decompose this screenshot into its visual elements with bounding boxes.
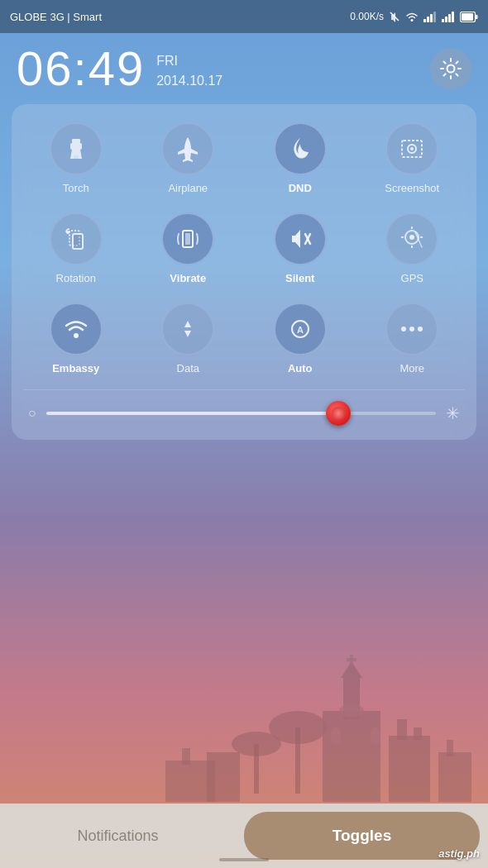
svg-point-48 <box>339 704 364 718</box>
data-svg <box>173 314 203 344</box>
rotation-icon-bg <box>50 212 103 265</box>
screenshot-svg <box>397 134 427 164</box>
svg-rect-52 <box>397 719 407 740</box>
svg-rect-5 <box>442 19 444 22</box>
airplane-svg <box>173 134 203 164</box>
toggle-silent[interactable]: Silent <box>244 207 356 289</box>
status-bar: GLOBE 3G | Smart 0.00K/s <box>0 0 488 33</box>
vibrate-label: Vibrate <box>170 272 206 284</box>
signal1-icon <box>423 11 437 22</box>
carrier-text: GLOBE 3G | Smart <box>10 11 102 23</box>
svg-rect-42 <box>295 727 300 794</box>
svg-rect-15 <box>74 155 79 159</box>
toggle-embassy[interactable]: Embassy <box>20 298 132 379</box>
svg-text:A: A <box>297 325 304 335</box>
more-svg <box>397 314 427 344</box>
cityscape <box>0 637 488 802</box>
svg-rect-49 <box>331 727 341 744</box>
toggle-more[interactable]: More <box>356 298 469 379</box>
svg-point-38 <box>418 327 423 331</box>
gps-label: GPS <box>401 272 423 284</box>
silent-label: Silent <box>285 272 314 284</box>
settings-button[interactable] <box>430 48 471 89</box>
embassy-svg <box>61 314 91 344</box>
airplane-label: Airplane <box>168 182 208 194</box>
tab-notifications[interactable]: Notifications <box>0 804 236 868</box>
data-icon-bg <box>161 303 214 355</box>
svg-rect-4 <box>433 12 436 22</box>
toggle-rotation[interactable]: Rotation <box>20 207 132 289</box>
battery-icon <box>460 12 478 22</box>
panel-divider <box>23 389 465 390</box>
brightness-row: ○ ✳ <box>20 403 468 423</box>
toggle-dnd[interactable]: DND <box>244 117 356 199</box>
svg-rect-57 <box>182 748 190 765</box>
data-label: Data <box>177 362 199 374</box>
auto-label: Auto <box>288 362 313 374</box>
svg-rect-13 <box>72 139 80 143</box>
svg-point-27 <box>409 235 414 240</box>
airplane-icon-bg <box>161 122 214 175</box>
svg-point-12 <box>447 65 455 73</box>
svg-rect-51 <box>389 736 430 802</box>
gps-icon-bg <box>385 212 438 265</box>
brightness-thumb[interactable] <box>326 401 351 426</box>
home-indicator <box>219 858 269 861</box>
svg-rect-2 <box>427 17 429 22</box>
clock-date-text: 2014.10.17 <box>156 71 222 91</box>
clock-area: 06:49 FRI 2014.10.17 <box>0 33 488 104</box>
status-right: 0.00K/s <box>350 11 478 22</box>
toggle-data[interactable]: Data <box>132 298 245 379</box>
svg-rect-43 <box>323 711 380 802</box>
brightness-high-icon: ✳ <box>446 403 460 423</box>
svg-point-33 <box>74 333 79 338</box>
toggle-screenshot[interactable]: Screenshot <box>356 117 469 199</box>
silent-svg <box>285 224 315 254</box>
svg-rect-50 <box>371 727 380 744</box>
brightness-track[interactable] <box>46 412 436 415</box>
gps-svg <box>397 224 427 254</box>
svg-point-36 <box>401 327 406 331</box>
brightness-thumb-inner <box>332 407 345 420</box>
svg-rect-8 <box>452 12 454 22</box>
svg-rect-10 <box>462 13 473 21</box>
toggle-torch[interactable]: Torch <box>20 117 132 199</box>
status-left: GLOBE 3G | Smart <box>10 11 102 23</box>
brightness-low-icon: ○ <box>28 406 36 421</box>
svg-rect-1 <box>423 19 426 22</box>
screenshot-icon-bg <box>385 122 438 175</box>
auto-icon-bg: A <box>274 303 327 355</box>
svg-rect-3 <box>430 14 433 22</box>
embassy-label: Embassy <box>52 362 99 374</box>
dnd-svg <box>285 134 315 164</box>
silent-icon-bg <box>274 212 327 265</box>
toggle-airplane[interactable]: Airplane <box>132 117 245 199</box>
svg-rect-20 <box>73 234 83 249</box>
clock-info: 06:49 FRI 2014.10.17 <box>17 45 222 93</box>
vibrate-icon-bg <box>161 212 214 265</box>
wifi-icon <box>405 11 419 22</box>
embassy-icon-bg <box>50 303 103 355</box>
toggle-vibrate[interactable]: Vibrate <box>132 207 245 289</box>
torch-icon-bg <box>50 122 103 175</box>
torch-label: Torch <box>63 182 89 194</box>
vibrate-svg <box>173 224 203 254</box>
svg-point-18 <box>410 147 414 150</box>
svg-rect-55 <box>447 740 453 756</box>
svg-rect-6 <box>445 17 447 22</box>
dnd-icon-bg <box>274 122 327 175</box>
torch-svg <box>63 136 89 162</box>
svg-point-37 <box>409 327 414 331</box>
toggle-gps[interactable]: GPS <box>356 207 469 289</box>
svg-rect-40 <box>254 744 259 794</box>
svg-rect-54 <box>438 752 471 802</box>
svg-rect-14 <box>70 143 82 150</box>
svg-rect-53 <box>414 727 422 740</box>
rotation-svg <box>61 224 91 254</box>
brightness-fill <box>46 412 338 415</box>
toggle-auto[interactable]: A Auto <box>244 298 356 379</box>
watermark: astig.ph <box>438 847 480 860</box>
dnd-label: DND <box>289 182 312 194</box>
gear-icon <box>439 57 462 80</box>
svg-rect-11 <box>476 15 478 19</box>
